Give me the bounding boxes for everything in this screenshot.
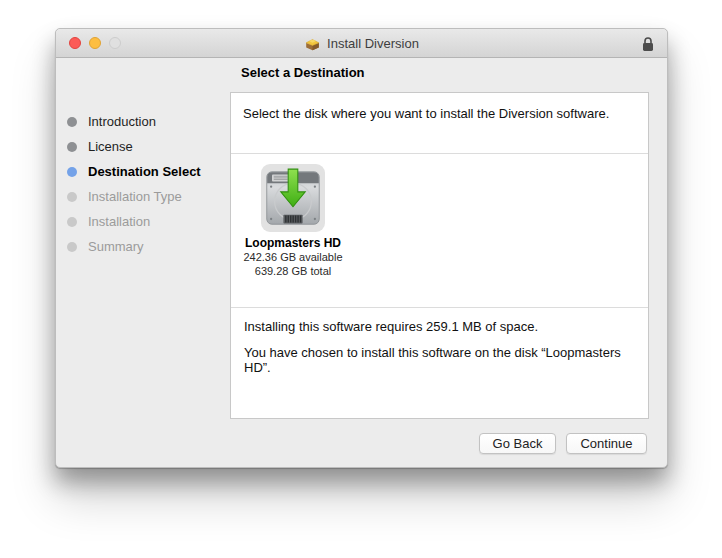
step-label: Destination Select: [88, 164, 201, 179]
install-info: Installing this software requires 259.1 …: [231, 308, 648, 397]
step-destination-select: Destination Select: [56, 159, 230, 184]
step-bullet-current: [67, 167, 77, 177]
minimize-button[interactable]: [89, 37, 101, 49]
titlebar[interactable]: Install Diversion: [56, 29, 667, 58]
step-label: Summary: [88, 239, 144, 254]
step-installation: Installation: [56, 209, 230, 234]
step-label: Introduction: [88, 114, 156, 129]
continue-button[interactable]: Continue: [566, 433, 647, 454]
step-license: License: [56, 134, 230, 159]
zoom-button-disabled: [109, 37, 121, 49]
step-installation-type: Installation Type: [56, 184, 230, 209]
instruction-text: Select the disk where you want to instal…: [231, 93, 648, 153]
traffic-lights: [69, 37, 121, 49]
chosen-disk-text: You have chosen to install this software…: [244, 345, 635, 376]
disk-available: 242.36 GB available: [237, 250, 349, 264]
page-title: Select a Destination: [241, 65, 365, 80]
disk-name: Loopmasters HD: [237, 236, 349, 250]
step-bullet: [67, 217, 77, 227]
go-back-button[interactable]: Go Back: [479, 433, 556, 454]
step-label: Installation: [88, 214, 150, 229]
disk-item-loopmasters-hd[interactable]: Loopmasters HD 242.36 GB available 639.2…: [237, 164, 349, 278]
disk-total: 639.28 GB total: [237, 264, 349, 278]
step-bullet: [67, 242, 77, 252]
step-summary: Summary: [56, 234, 230, 259]
step-bullet: [67, 142, 77, 152]
disk-selection-highlight: [261, 164, 325, 232]
installer-steps: Introduction License Destination Select …: [56, 109, 230, 259]
window-title: Install Diversion: [327, 36, 419, 51]
package-icon: [304, 35, 321, 51]
footer-buttons: Go Back Continue: [479, 433, 647, 454]
step-label: Installation Type: [88, 189, 182, 204]
window-title-group: Install Diversion: [304, 35, 419, 51]
step-bullet: [67, 117, 77, 127]
step-introduction: Introduction: [56, 109, 230, 134]
close-button[interactable]: [69, 37, 81, 49]
installer-window: Install Diversion Introduction License D…: [55, 28, 668, 468]
disk-list: Loopmasters HD 242.36 GB available 639.2…: [231, 154, 648, 307]
hard-drive-download-icon: [265, 168, 321, 228]
lock-icon: [641, 36, 655, 52]
step-bullet: [67, 192, 77, 202]
step-label: License: [88, 139, 133, 154]
destination-panel: Select the disk where you want to instal…: [230, 92, 649, 419]
space-requirement-text: Installing this software requires 259.1 …: [244, 319, 635, 335]
